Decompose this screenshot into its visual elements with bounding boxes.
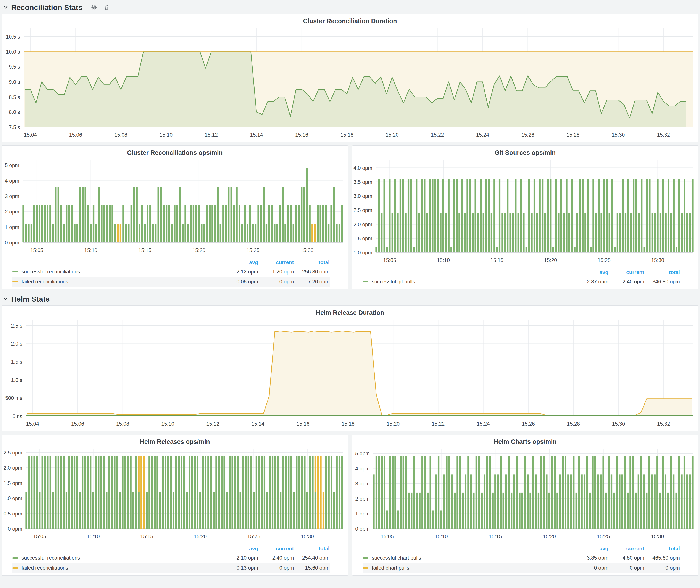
- legend-col-avg[interactable]: avg: [573, 546, 608, 552]
- helm-charts-ops-canvas[interactable]: 15:0515:1015:1515:2015:2515:300 opm1 opm…: [352, 446, 698, 544]
- legend-col-current[interactable]: current: [258, 546, 294, 552]
- svg-text:15:20: 15:20: [387, 421, 400, 427]
- series-label[interactable]: successful reconciliations: [21, 269, 80, 275]
- cluster-reconciliation-duration-canvas[interactable]: 15:0415:0615:0815:1015:1215:1415:1615:18…: [2, 25, 698, 142]
- legend-col-current[interactable]: current: [608, 546, 644, 552]
- svg-text:9.5 s: 9.5 s: [9, 64, 20, 70]
- svg-text:15:10: 15:10: [161, 421, 174, 427]
- legend-header: avg current total: [363, 268, 680, 277]
- svg-text:15:06: 15:06: [71, 421, 84, 427]
- panel-title[interactable]: Cluster Reconciliations ops/min: [2, 146, 348, 157]
- legend-col-current[interactable]: current: [608, 269, 644, 275]
- helm-release-duration-canvas[interactable]: 15:0415:0615:0815:1015:1215:1415:1615:18…: [2, 317, 698, 431]
- svg-text:15:26: 15:26: [522, 421, 535, 427]
- series-label[interactable]: successful chart pulls: [372, 555, 421, 561]
- svg-text:1.0 s: 1.0 s: [11, 377, 22, 383]
- svg-text:15:32: 15:32: [657, 421, 670, 427]
- legend-col-total[interactable]: total: [644, 546, 680, 552]
- svg-text:1.5 opm: 1.5 opm: [353, 236, 372, 241]
- panel-title[interactable]: Cluster Reconciliation Duration: [2, 14, 698, 25]
- panel-title[interactable]: Helm Release Duration: [2, 306, 698, 317]
- svg-text:15:25: 15:25: [597, 533, 610, 539]
- panel-title[interactable]: Helm Charts ops/min: [352, 435, 698, 446]
- series-swatch-green: [12, 271, 18, 272]
- svg-text:15:30: 15:30: [612, 132, 625, 138]
- section-title[interactable]: Reconciliation Stats: [11, 3, 82, 12]
- svg-text:8.0 s: 8.0 s: [9, 109, 20, 115]
- legend-header: avg current total: [363, 544, 680, 553]
- svg-text:15:12: 15:12: [206, 421, 219, 427]
- series-label[interactable]: failed reconciliations: [21, 279, 68, 285]
- chevron-down-icon[interactable]: [3, 5, 8, 10]
- section-header-reconciliation-stats[interactable]: Reconciliation Stats: [0, 0, 700, 14]
- stat-current: 2.40 opm: [608, 279, 644, 285]
- svg-text:8.5 s: 8.5 s: [9, 94, 20, 100]
- svg-text:2.5 opm: 2.5 opm: [353, 207, 372, 213]
- svg-text:2.0 opm: 2.0 opm: [3, 465, 22, 471]
- gear-icon[interactable]: [91, 4, 97, 10]
- svg-text:2 opm: 2 opm: [355, 496, 370, 502]
- legend: avg current total successful git pulls 2…: [352, 268, 698, 289]
- chevron-down-icon[interactable]: [3, 296, 8, 302]
- panel-helm-release-duration: Helm Release Duration 15:0415:0615:0815:…: [2, 305, 698, 431]
- stat-current: 1.20 opm: [258, 269, 294, 275]
- svg-text:15:04: 15:04: [24, 132, 37, 138]
- svg-text:2.0 s: 2.0 s: [11, 341, 22, 347]
- svg-text:1 opm: 1 opm: [355, 511, 370, 517]
- legend-row-failed-reconciliations: failed reconciliations 0.06 opm 0 opm 7.…: [12, 277, 330, 287]
- stat-avg: 3.85 opm: [573, 555, 608, 561]
- stat-current: 0 opm: [258, 279, 294, 285]
- stat-avg: 0 opm: [573, 565, 608, 571]
- panel-git-sources-ops: Git Sources ops/min 15:0515:1015:1515:20…: [352, 145, 698, 289]
- series-label[interactable]: successful git pulls: [372, 279, 415, 285]
- stat-current: 2.40 opm: [258, 555, 294, 561]
- legend-col-avg[interactable]: avg: [223, 259, 258, 265]
- svg-text:2 opm: 2 opm: [5, 209, 19, 215]
- svg-text:2.5 s: 2.5 s: [11, 323, 22, 329]
- series-label[interactable]: failed chart pulls: [372, 565, 409, 571]
- section-title[interactable]: Helm Stats: [11, 295, 50, 303]
- panel-title[interactable]: Helm Releases ops/min: [2, 435, 348, 446]
- svg-text:3.0 opm: 3.0 opm: [353, 193, 372, 199]
- section-header-helm-stats[interactable]: Helm Stats: [0, 292, 700, 305]
- series-label[interactable]: successful reconciliations: [21, 555, 80, 561]
- stat-avg: 2.10 opm: [223, 555, 258, 561]
- legend-col-total[interactable]: total: [644, 269, 680, 275]
- svg-text:5 opm: 5 opm: [5, 162, 19, 168]
- helm-releases-ops-svg: 15:0515:1015:1515:2015:2515:300 opm0.5 o…: [2, 446, 348, 544]
- series-label[interactable]: failed reconciliations: [21, 565, 68, 571]
- svg-text:15:24: 15:24: [476, 132, 489, 138]
- svg-text:1.5 opm: 1.5 opm: [3, 480, 22, 486]
- series-swatch-green: [363, 281, 368, 282]
- legend-col-avg[interactable]: avg: [573, 269, 608, 275]
- bars: [25, 456, 343, 529]
- panel-cluster-reconciliations-ops: Cluster Reconciliations ops/min 15:0515:…: [2, 145, 348, 289]
- svg-text:15:08: 15:08: [116, 421, 129, 427]
- svg-text:0 opm: 0 opm: [5, 240, 19, 246]
- svg-text:500 ms: 500 ms: [5, 395, 22, 401]
- svg-text:15:05: 15:05: [381, 533, 394, 539]
- legend-col-total[interactable]: total: [294, 259, 330, 265]
- svg-text:15:05: 15:05: [30, 247, 43, 253]
- svg-text:15:10: 15:10: [87, 533, 100, 539]
- stat-total: 465.60 opm: [644, 555, 680, 561]
- bars: [22, 168, 343, 242]
- trash-icon[interactable]: [104, 4, 110, 10]
- svg-text:15:26: 15:26: [521, 132, 534, 138]
- legend-row-failed-reconciliations: failed reconciliations 0.13 opm 0 opm 15…: [12, 563, 330, 573]
- legend-col-current[interactable]: current: [258, 259, 294, 265]
- svg-text:0 ns: 0 ns: [13, 413, 22, 419]
- svg-text:0.5 opm: 0.5 opm: [3, 511, 22, 517]
- stat-current: 0 opm: [608, 565, 644, 571]
- legend-col-total[interactable]: total: [294, 546, 330, 552]
- legend-col-avg[interactable]: avg: [223, 546, 258, 552]
- panel-cluster-reconciliation-duration: Cluster Reconciliation Duration 15:0415:…: [2, 14, 698, 142]
- legend: avg current total successful reconciliat…: [2, 258, 348, 289]
- svg-text:15:15: 15:15: [490, 257, 503, 263]
- svg-text:15:18: 15:18: [340, 132, 353, 138]
- cluster-reconciliations-ops-canvas[interactable]: 15:0515:1015:1515:2015:2515:300 opm1 opm…: [2, 157, 348, 258]
- panel-title[interactable]: Git Sources ops/min: [352, 146, 698, 157]
- svg-text:15:30: 15:30: [300, 247, 313, 253]
- git-sources-ops-canvas[interactable]: 15:0515:1015:1515:2015:2515:301.0 opm1.5…: [352, 157, 698, 268]
- helm-releases-ops-canvas[interactable]: 15:0515:1015:1515:2015:2515:300 opm0.5 o…: [2, 446, 348, 544]
